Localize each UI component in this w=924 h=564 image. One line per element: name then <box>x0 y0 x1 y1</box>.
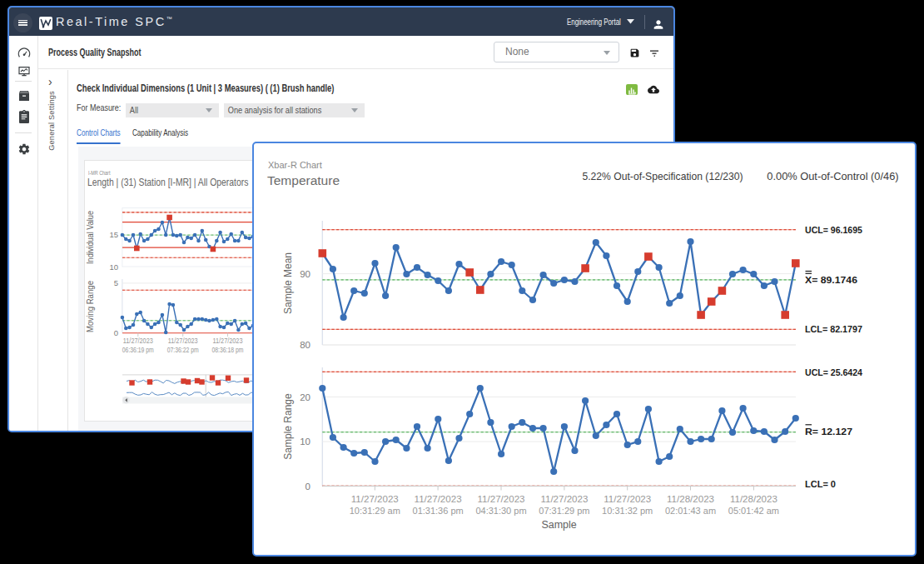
svg-text:11/27/2023: 11/27/2023 <box>351 494 399 504</box>
svg-text:90: 90 <box>300 269 310 279</box>
svg-text:02:01:43 am: 02:01:43 am <box>665 506 716 516</box>
svg-text:11/27/2023: 11/27/2023 <box>123 337 153 345</box>
svg-text:X= 89.1746: X= 89.1746 <box>805 275 857 285</box>
svg-text:80: 80 <box>300 340 310 350</box>
svg-text:10:31:32 pm: 10:31:32 pm <box>602 506 653 516</box>
svg-text:Sample Mean: Sample Mean <box>282 252 294 314</box>
svg-text:11/27/2023: 11/27/2023 <box>604 494 651 504</box>
svg-text:Sample: Sample <box>541 519 576 531</box>
svg-text:5: 5 <box>114 278 118 287</box>
svg-text:LCL= 82.1797: LCL= 82.1797 <box>805 324 862 334</box>
svg-text:10: 10 <box>300 437 310 447</box>
svg-text:Moving Range: Moving Range <box>86 281 95 332</box>
svg-text:10: 10 <box>109 262 118 272</box>
svg-text:08:36:18 pm: 08:36:18 pm <box>212 346 244 354</box>
svg-text:11/27/2023: 11/27/2023 <box>213 337 243 345</box>
svg-text:LCL= 0: LCL= 0 <box>805 479 836 489</box>
svg-text:Sample Range: Sample Range <box>282 393 294 460</box>
svg-text:11/28/2023: 11/28/2023 <box>730 494 777 504</box>
svg-text:07:31:29 pm: 07:31:29 pm <box>539 506 589 516</box>
svg-text:10:31:29 am: 10:31:29 am <box>350 506 400 516</box>
svg-text:Individual Value: Individual Value <box>86 211 95 264</box>
svg-text:11/27/2023: 11/27/2023 <box>415 494 462 504</box>
svg-text:11/27/2023: 11/27/2023 <box>168 337 198 345</box>
svg-text:11/28/2023: 11/28/2023 <box>667 494 714 504</box>
svg-text:01:31:36 pm: 01:31:36 pm <box>413 506 464 516</box>
svg-text:0: 0 <box>114 328 118 337</box>
svg-text:07:36:22 pm: 07:36:22 pm <box>167 346 199 354</box>
svg-text:R= 12.127: R= 12.127 <box>805 427 852 437</box>
svg-text:05:01:42 am: 05:01:42 am <box>728 506 779 516</box>
svg-text:15: 15 <box>109 230 118 239</box>
svg-text:0: 0 <box>306 482 310 492</box>
svg-text:11/27/2023: 11/27/2023 <box>478 494 525 504</box>
svg-text:UCL= 96.1695: UCL= 96.1695 <box>805 225 862 235</box>
svg-text:20: 20 <box>300 392 310 402</box>
svg-text:06:36:19 pm: 06:36:19 pm <box>122 346 154 354</box>
svg-text:UCL= 25.6424: UCL= 25.6424 <box>805 367 863 377</box>
svg-text:11/27/2023: 11/27/2023 <box>540 494 588 504</box>
svg-text:04:31:30 pm: 04:31:30 pm <box>475 506 526 516</box>
